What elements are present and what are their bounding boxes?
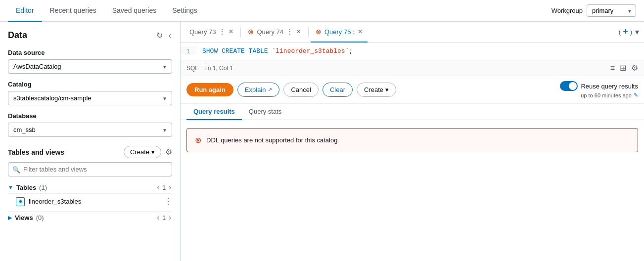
table-kebab-menu[interactable]: ⋮ — [164, 197, 172, 206]
data-source-group: Data source AwsDataCatalog — [8, 49, 172, 74]
tabs-overflow-icon[interactable]: ▾ — [634, 26, 640, 38]
cursor-position: Ln 1, Col 1 — [204, 65, 233, 72]
data-source-dropdown-wrapper: AwsDataCatalog — [8, 59, 172, 74]
catalog-label: Catalog — [8, 81, 172, 88]
workgroup-area: Workgroup primary — [552, 4, 636, 17]
workgroup-label: Workgroup — [552, 7, 583, 14]
refresh-icon[interactable]: ↻ — [155, 30, 164, 41]
tables-label: Tables — [16, 184, 36, 191]
tab-settings[interactable]: Settings — [164, 0, 205, 22]
views-label: Views — [15, 214, 33, 221]
edit-icon[interactable]: ✎ — [634, 92, 638, 98]
code-line-1: 1 SHOW CREATE TABLE `lineorder_s3tables`… — [181, 43, 644, 60]
workgroup-select-wrapper: primary — [587, 4, 636, 17]
tab-recent-queries[interactable]: Recent queries — [42, 0, 104, 22]
line-number: 1 — [181, 46, 196, 55]
query-74-close-icon[interactable]: ✕ — [296, 28, 301, 35]
editor-area: 1 SHOW CREATE TABLE `lineorder_s3tables`… — [181, 43, 644, 60]
query-75-error-icon: ⊗ — [316, 28, 322, 36]
create-chevron-icon: ▾ — [385, 86, 389, 93]
create-button[interactable]: Create ▾ — [124, 146, 161, 158]
views-pagination: ‹ 1 › — [156, 214, 172, 221]
sql-label: SQL — [186, 65, 198, 72]
clear-button[interactable]: Clear — [322, 83, 353, 97]
search-icon: 🔍 — [12, 166, 20, 173]
filter-input-wrapper: 🔍 — [8, 162, 172, 176]
tab-add-area: ( + ) ▾ — [619, 26, 640, 38]
tables-pagination: ‹ 1 › — [156, 183, 172, 191]
query-74-error-icon: ⊗ — [248, 28, 254, 36]
query-tab-74[interactable]: ⊗ Query 74 ⋮ ✕ — [243, 22, 306, 43]
explain-external-icon: ↗ — [268, 87, 272, 93]
tables-views-label: Tables and views — [8, 148, 64, 156]
views-page: 1 — [162, 214, 166, 221]
query-73-dots[interactable]: ⋮ — [219, 28, 226, 36]
error-box: ⊗ DDL queries are not supported for this… — [186, 128, 638, 152]
catalog-select[interactable]: s3tablescatalog/cm-sample — [8, 91, 172, 105]
gear-icon[interactable]: ⚙ — [165, 147, 172, 157]
reuse-area: Reuse query results up to 60 minutes ago… — [560, 81, 638, 98]
right-panel: Query 73 ⋮ ✕ ⊗ Query 74 ⋮ ✕ ⊗ Query 75 :… — [181, 22, 644, 261]
views-count: (0) — [36, 214, 44, 221]
query-73-close-icon[interactable]: ✕ — [229, 28, 233, 35]
code-keyword-show: SHOW CREATE TABLE — [202, 47, 272, 55]
query-75-label: Query 75 : — [324, 28, 355, 36]
format-icon[interactable]: ≡ — [610, 63, 615, 73]
results-tabs: Query results Query stats — [181, 104, 644, 120]
explain-label: Explain — [245, 86, 266, 93]
reuse-toggle: Reuse query results — [560, 81, 638, 91]
query-74-label: Query 74 — [257, 28, 283, 36]
reuse-label: Reuse query results — [581, 83, 638, 90]
editor-info: SQL Ln 1, Col 1 — [186, 65, 233, 72]
query-tab-75[interactable]: ⊗ Query 75 : ✕ — [311, 22, 368, 43]
tab-editor[interactable]: Editor — [8, 0, 42, 22]
code-semicolon: ; — [349, 47, 353, 55]
query-75-close-icon[interactable]: ✕ — [358, 28, 363, 35]
tables-prev-icon[interactable]: ‹ — [156, 183, 160, 191]
workgroup-select[interactable]: primary — [587, 4, 636, 17]
tables-expand-icon[interactable]: ▼ — [8, 184, 13, 190]
database-dropdown-wrapper: cm_ssb — [8, 123, 172, 137]
data-source-select[interactable]: AwsDataCatalog — [8, 59, 172, 74]
create-label: Create — [364, 86, 383, 93]
tab-query-stats[interactable]: Query stats — [242, 104, 288, 120]
tables-page: 1 — [162, 184, 166, 191]
main-layout: Data ↻ ‹ Data source AwsDataCatalog Cata… — [0, 22, 644, 261]
data-source-label: Data source — [8, 49, 172, 56]
filter-tables-input[interactable] — [8, 162, 172, 176]
collapse-panel-icon[interactable]: ‹ — [168, 30, 172, 41]
views-prev-icon[interactable]: ‹ — [156, 214, 160, 221]
query-74-dots[interactable]: ⋮ — [286, 28, 293, 36]
explain-button[interactable]: Explain ↗ — [237, 83, 280, 97]
query-tab-73[interactable]: Query 73 ⋮ ✕ — [184, 22, 238, 43]
table-row: ⊞ lineorder_s3tables ⋮ — [8, 193, 172, 209]
reuse-toggle-switch[interactable] — [560, 81, 578, 91]
database-group: Database cm_ssb — [8, 112, 172, 137]
tables-next-icon[interactable]: › — [168, 183, 172, 191]
tab-divider-1 — [240, 27, 241, 37]
error-message: DDL queries are not supported for this c… — [206, 136, 337, 144]
catalog-dropdown-wrapper: s3tablescatalog/cm-sample — [8, 91, 172, 105]
cancel-button[interactable]: Cancel — [283, 83, 318, 97]
database-label: Database — [8, 112, 172, 120]
add-tab-button[interactable]: + — [623, 27, 628, 37]
run-again-button[interactable]: Run again — [186, 83, 233, 96]
table-icon: ⊞ — [16, 197, 25, 206]
code-content[interactable]: SHOW CREATE TABLE `lineorder_s3tables`; — [196, 46, 359, 56]
panel-header-icons: ↻ ‹ — [155, 30, 172, 41]
tables-tree-item: ▼ Tables (1) ‹ 1 › — [8, 181, 172, 193]
toggle-knob — [569, 82, 577, 90]
tab-saved-queries[interactable]: Saved queries — [104, 0, 165, 22]
views-next-icon[interactable]: › — [168, 214, 172, 221]
views-expand-icon[interactable]: ▶ — [8, 215, 12, 221]
table-view-icon[interactable]: ⊞ — [620, 63, 626, 73]
tables-views-actions: Create ▾ ⚙ — [124, 146, 172, 158]
create-dropdown-button[interactable]: Create ▾ — [357, 83, 396, 97]
tables-views-section-header: Tables and views Create ▾ ⚙ — [8, 146, 172, 158]
top-navigation: Editor Recent queries Saved queries Sett… — [0, 0, 644, 22]
settings-icon[interactable]: ⚙ — [631, 63, 638, 73]
tab-query-results[interactable]: Query results — [186, 104, 242, 120]
reuse-sub-text: up to 60 minutes ago — [581, 92, 632, 98]
panel-header: Data ↻ ‹ — [8, 30, 172, 41]
database-select[interactable]: cm_ssb — [8, 123, 172, 137]
